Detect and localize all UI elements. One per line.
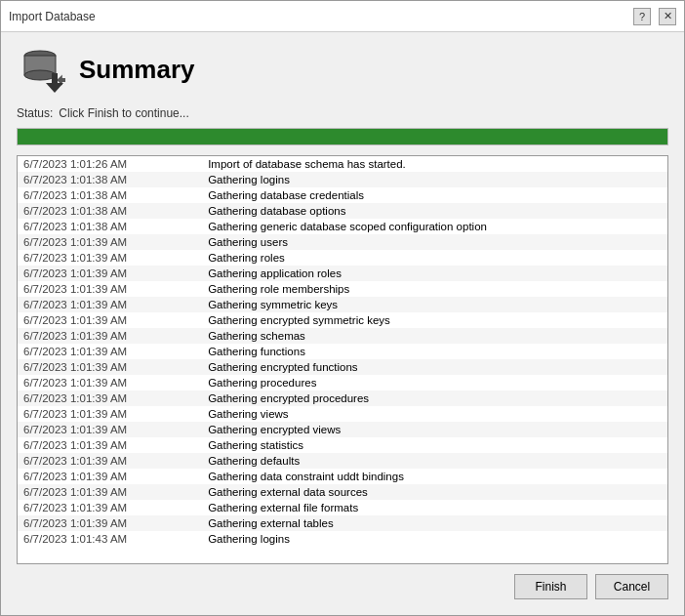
log-timestamp: 6/7/2023 1:01:38 AM — [18, 187, 202, 203]
log-row: 6/7/2023 1:01:39 AMGathering role member… — [18, 281, 667, 297]
log-table: 6/7/2023 1:01:26 AMImport of database sc… — [18, 156, 667, 547]
log-message: Gathering roles — [202, 250, 667, 266]
footer: Finish Cancel — [17, 564, 668, 603]
svg-point-2 — [24, 70, 56, 80]
log-message: Gathering database credentials — [202, 187, 667, 203]
log-timestamp: 6/7/2023 1:01:39 AM — [18, 281, 202, 297]
log-timestamp: 6/7/2023 1:01:39 AM — [18, 266, 202, 281]
log-timestamp: 6/7/2023 1:01:39 AM — [18, 375, 202, 390]
log-row: 6/7/2023 1:01:39 AMGathering statistics — [18, 437, 667, 453]
log-message: Gathering role memberships — [202, 281, 667, 297]
log-row: 6/7/2023 1:01:39 AMGathering application… — [18, 266, 667, 281]
log-message: Gathering users — [202, 234, 667, 250]
progress-bar-container — [17, 128, 668, 145]
log-timestamp: 6/7/2023 1:01:43 AM — [18, 531, 202, 547]
log-timestamp: 6/7/2023 1:01:39 AM — [18, 297, 202, 312]
log-timestamp: 6/7/2023 1:01:39 AM — [18, 453, 202, 469]
log-timestamp: 6/7/2023 1:01:39 AM — [18, 312, 202, 328]
log-message: Gathering views — [202, 406, 667, 422]
log-row: 6/7/2023 1:01:39 AMGathering external ta… — [18, 515, 667, 531]
status-text: Click Finish to continue... — [59, 106, 188, 120]
log-row: 6/7/2023 1:01:39 AMGathering external da… — [18, 484, 667, 500]
log-timestamp: 6/7/2023 1:01:39 AM — [18, 422, 202, 437]
log-message: Import of database schema has started. — [202, 156, 667, 172]
log-row: 6/7/2023 1:01:39 AMGathering procedures — [18, 375, 667, 390]
log-row: 6/7/2023 1:01:39 AMGathering symmetric k… — [18, 297, 667, 312]
log-message: Gathering application roles — [202, 266, 667, 281]
log-row: 6/7/2023 1:01:39 AMGathering roles — [18, 250, 667, 266]
close-button[interactable]: ✕ — [659, 8, 676, 25]
log-timestamp: 6/7/2023 1:01:39 AM — [18, 250, 202, 266]
dialog-body: Summary Status: Click Finish to continue… — [1, 32, 684, 615]
log-timestamp: 6/7/2023 1:01:38 AM — [18, 172, 202, 187]
log-row: 6/7/2023 1:01:39 AMGathering functions — [18, 344, 667, 359]
log-row: 6/7/2023 1:01:38 AMGathering generic dat… — [18, 219, 667, 234]
db-import-icon — [17, 44, 67, 95]
log-message: Gathering encrypted procedures — [202, 390, 667, 406]
svg-rect-4 — [52, 73, 58, 83]
status-row: Status: Click Finish to continue... — [17, 106, 668, 120]
dialog-title: Import Database — [9, 10, 96, 23]
log-timestamp: 6/7/2023 1:01:38 AM — [18, 203, 202, 219]
log-timestamp: 6/7/2023 1:01:39 AM — [18, 390, 202, 406]
log-timestamp: 6/7/2023 1:01:39 AM — [18, 234, 202, 250]
log-timestamp: 6/7/2023 1:01:39 AM — [18, 484, 202, 500]
log-timestamp: 6/7/2023 1:01:39 AM — [18, 500, 202, 515]
log-row: 6/7/2023 1:01:38 AMGathering database cr… — [18, 187, 667, 203]
log-row: 6/7/2023 1:01:26 AMImport of database sc… — [18, 156, 667, 172]
log-message: Gathering encrypted functions — [202, 359, 667, 375]
title-bar-left: Import Database — [9, 10, 96, 23]
log-message: Gathering functions — [202, 344, 667, 359]
log-row: 6/7/2023 1:01:39 AMGathering encrypted p… — [18, 390, 667, 406]
page-title: Summary — [79, 55, 195, 85]
log-container[interactable]: 6/7/2023 1:01:26 AMImport of database sc… — [17, 155, 668, 564]
log-message: Gathering symmetric keys — [202, 297, 667, 312]
log-row: 6/7/2023 1:01:43 AMGathering logins — [18, 531, 667, 547]
log-timestamp: 6/7/2023 1:01:39 AM — [18, 359, 202, 375]
help-button[interactable]: ? — [633, 8, 651, 25]
log-row: 6/7/2023 1:01:39 AMGathering encrypted s… — [18, 312, 667, 328]
log-timestamp: 6/7/2023 1:01:39 AM — [18, 406, 202, 422]
log-row: 6/7/2023 1:01:39 AMGathering users — [18, 234, 667, 250]
title-bar: Import Database ? ✕ — [1, 1, 684, 32]
log-timestamp: 6/7/2023 1:01:39 AM — [18, 328, 202, 344]
log-message: Gathering database options — [202, 203, 667, 219]
log-message: Gathering logins — [202, 531, 667, 547]
log-timestamp: 6/7/2023 1:01:26 AM — [18, 156, 202, 172]
log-message: Gathering statistics — [202, 437, 667, 453]
log-row: 6/7/2023 1:01:39 AMGathering defaults — [18, 453, 667, 469]
log-row: 6/7/2023 1:01:39 AMGathering external fi… — [18, 500, 667, 515]
import-database-dialog: Import Database ? ✕ — [0, 0, 685, 616]
log-timestamp: 6/7/2023 1:01:38 AM — [18, 219, 202, 234]
log-message: Gathering external tables — [202, 515, 667, 531]
log-row: 6/7/2023 1:01:38 AMGathering database op… — [18, 203, 667, 219]
log-row: 6/7/2023 1:01:39 AMGathering views — [18, 406, 667, 422]
log-message: Gathering data constraint uddt bindings — [202, 469, 667, 484]
cancel-button[interactable]: Cancel — [595, 574, 668, 599]
status-label: Status: — [17, 106, 53, 120]
log-row: 6/7/2023 1:01:38 AMGathering logins — [18, 172, 667, 187]
log-timestamp: 6/7/2023 1:01:39 AM — [18, 515, 202, 531]
log-message: Gathering external file formats — [202, 500, 667, 515]
log-row: 6/7/2023 1:01:39 AMGathering data constr… — [18, 469, 667, 484]
log-message: Gathering encrypted views — [202, 422, 667, 437]
log-row: 6/7/2023 1:01:39 AMGathering encrypted v… — [18, 422, 667, 437]
progress-bar-fill — [18, 129, 667, 144]
log-message: Gathering encrypted symmetric keys — [202, 312, 667, 328]
svg-marker-5 — [46, 83, 63, 93]
log-message: Gathering procedures — [202, 375, 667, 390]
log-timestamp: 6/7/2023 1:01:39 AM — [18, 469, 202, 484]
log-message: Gathering external data sources — [202, 484, 667, 500]
log-message: Gathering logins — [202, 172, 667, 187]
log-timestamp: 6/7/2023 1:01:39 AM — [18, 344, 202, 359]
header-section: Summary — [17, 44, 668, 95]
log-row: 6/7/2023 1:01:39 AMGathering encrypted f… — [18, 359, 667, 375]
log-message: Gathering schemas — [202, 328, 667, 344]
title-bar-right: ? ✕ — [633, 8, 676, 25]
log-message: Gathering generic database scoped config… — [202, 219, 667, 234]
log-row: 6/7/2023 1:01:39 AMGathering schemas — [18, 328, 667, 344]
log-timestamp: 6/7/2023 1:01:39 AM — [18, 437, 202, 453]
log-message: Gathering defaults — [202, 453, 667, 469]
finish-button[interactable]: Finish — [514, 574, 587, 599]
